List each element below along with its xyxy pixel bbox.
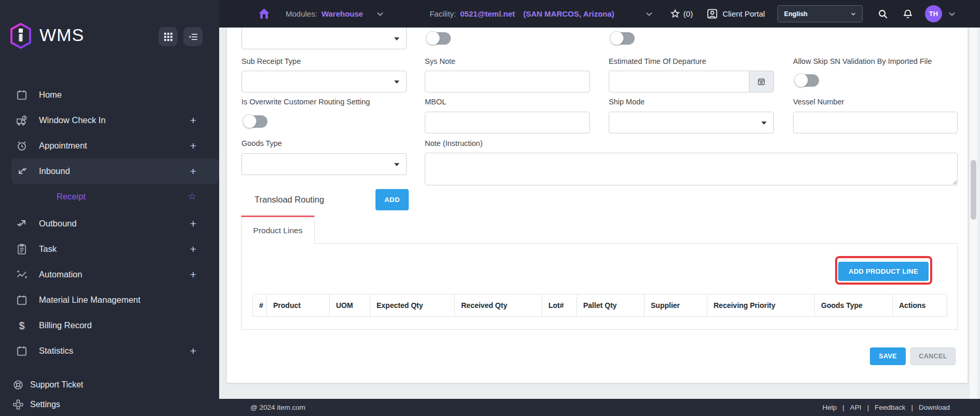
vertical-scrollbar[interactable] [969,28,977,399]
expand-plus-icon[interactable]: + [190,345,196,357]
transload-add-button[interactable]: ADD [375,189,409,210]
favorites-star-icon[interactable] [669,8,681,20]
favorites-count: (0) [683,9,693,18]
expand-plus-icon[interactable]: + [190,165,196,178]
sidebar-item-support-ticket[interactable]: Support Ticket [0,375,219,395]
column-header: Goods Type [815,294,893,317]
sidebar-item-task[interactable]: Task + [0,236,219,262]
save-button[interactable]: SAVE [870,347,906,365]
allow-skip-sn-toggle[interactable] [795,74,819,87]
is-overwrite-customer-routing-toggle[interactable] [244,115,267,128]
sidebar-item-material-line-management[interactable]: Material Line Management [0,287,219,313]
download-link[interactable]: Download [919,404,950,411]
sidebar-item-label: Material Line Management [39,295,140,305]
sidebar-item-statistics[interactable]: Statistics + [0,338,219,364]
modules-label: Modules: [286,9,317,18]
sidebar-item-appointment[interactable]: Appointment + [0,133,219,158]
separator: | [911,404,913,411]
column-header: Receiving Priority [707,294,815,317]
modules-value[interactable]: Warehouse [321,9,363,18]
cancel-button[interactable]: CANCEL [910,347,956,365]
calendar-icon [757,77,766,86]
product-lines-table: # Product UOM Expected Qty Received Qty … [252,294,947,317]
sidebar-item-window-check-in[interactable]: Window Check In + [0,108,219,133]
outbound-arrow-icon [16,218,29,230]
add-product-line-button[interactable]: ADD PRODUCT LINE [838,262,929,281]
ship-mode-select[interactable] [609,112,774,133]
automation-sparkline-icon [16,269,29,281]
calendar-picker-button[interactable] [749,71,773,92]
sidebar: WMS Home Window Check In + Appointment [0,0,219,416]
transload-routing-label: Transload Routing [254,195,324,205]
settings-icon [12,399,25,410]
client-portal-label[interactable]: Client Portal [722,9,765,18]
client-portal-icon[interactable] [706,8,718,20]
sub-receipt-type-select[interactable] [241,71,407,92]
api-link[interactable]: API [850,404,862,411]
goods-type-label: Goods Type [241,139,282,147]
expand-plus-icon[interactable]: + [190,114,196,127]
sidebar-item-automation[interactable]: Automation + [0,262,219,287]
goods-type-select[interactable] [241,153,407,175]
column-header: Lot# [542,294,577,317]
sidebar-nav: Home Window Check In + Appointment + Inb… [0,82,219,364]
favorite-star-icon[interactable]: ☆ [188,191,196,202]
column-header: UOM [330,294,370,317]
sidebar-item-settings[interactable]: Settings [0,395,219,414]
expand-plus-icon[interactable]: + [190,269,196,281]
product-lines-panel: ADD PRODUCT LINE # Product UOM Expected … [241,243,958,330]
footer-links: Help | API | Feedback | Download [823,404,980,411]
sidebar-item-inbound[interactable]: Inbound + [11,158,219,184]
scrollbar-thumb[interactable] [971,160,976,220]
home-icon[interactable] [257,7,271,21]
search-icon[interactable] [877,8,889,20]
sidebar-item-label: Outbound [39,219,76,229]
sidebar-item-label: Billing Record [39,320,92,330]
sidebar-item-home[interactable]: Home [0,82,219,108]
sidebar-subitem-label: Receipt [57,192,86,202]
table-header-row: # Product UOM Expected Qty Received Qty … [253,294,947,317]
feedback-link[interactable]: Feedback [875,404,905,411]
receipt-type-select[interactable] [241,28,407,49]
vessel-number-input[interactable] [793,112,958,133]
sidebar-item-outbound[interactable]: Outbound + [0,211,219,236]
help-link[interactable]: Help [823,404,837,411]
expand-plus-icon[interactable]: + [190,218,196,230]
column-header: Pallet Qty [577,294,645,317]
sys-note-input[interactable] [425,71,590,92]
calendar-icon [16,294,29,306]
column-header: Received Qty [455,294,542,317]
chevron-down-icon[interactable] [948,11,956,17]
notifications-bell-icon[interactable] [902,8,914,20]
apps-grid-button[interactable] [158,27,178,46]
sidebar-item-receipt[interactable]: Receipt ☆ [0,184,219,209]
inbound-arrow-icon [16,165,29,178]
separator: | [867,404,869,411]
user-avatar[interactable]: TH [925,5,942,22]
receipt-form-card: Sub Receipt Type Sys Note Estimated Time… [227,28,968,383]
chevron-down-icon[interactable] [377,11,384,17]
toggle-switch[interactable] [611,32,635,45]
note-instruction-label: Note (Instruction) [425,139,482,147]
expand-plus-icon[interactable]: + [190,243,196,256]
sidebar-item-label: Inbound [39,166,70,176]
sidebar-item-label: Window Check In [39,115,105,125]
expand-plus-icon[interactable]: + [190,140,196,152]
mbol-input[interactable] [425,112,590,133]
column-header: # [253,294,267,317]
sidebar-item-billing-record[interactable]: $ Billing Record [0,313,219,338]
footer: @ 2024 item.com Help | API | Feedback | … [219,399,980,416]
sidebar-item-label: Automation [39,270,82,279]
note-instruction-textarea[interactable] [425,153,958,185]
toggle-switch[interactable] [427,32,451,45]
sidebar-header: WMS [0,21,219,52]
home-icon [16,89,29,101]
is-overwrite-customer-routing-label: Is Overwrite Customer Routing Setting [241,98,370,106]
separator: | [842,404,844,411]
collapse-sidebar-button[interactable] [183,27,203,46]
estimated-time-of-departure-input[interactable] [609,71,774,92]
language-select[interactable]: English [777,5,863,22]
tab-product-lines[interactable]: Product Lines [241,216,315,244]
chevron-down-icon[interactable] [646,11,653,17]
facility-value[interactable]: 0521@teml.net [460,9,515,18]
